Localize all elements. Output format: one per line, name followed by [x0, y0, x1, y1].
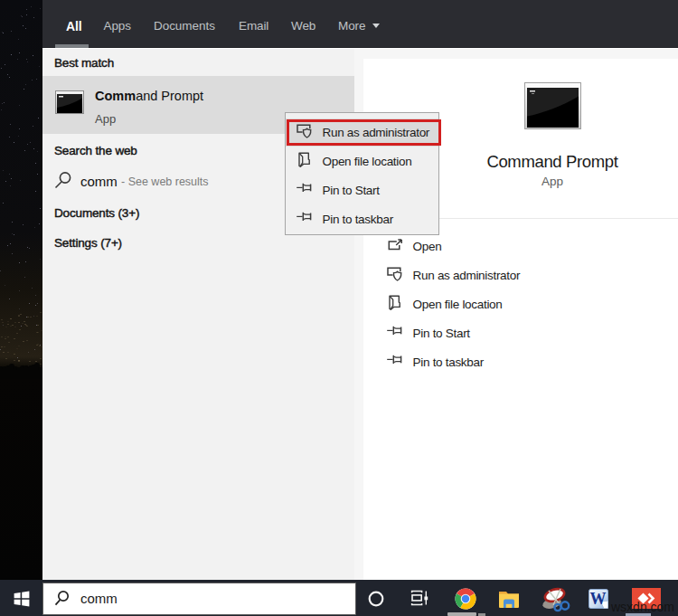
- svg-text:W: W: [590, 590, 607, 608]
